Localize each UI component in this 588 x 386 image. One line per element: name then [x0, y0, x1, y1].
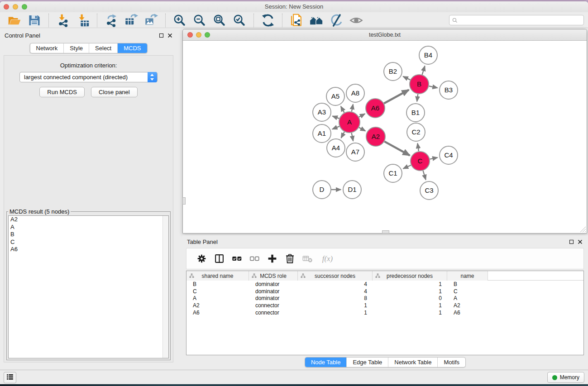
node-B1[interactable]: B1 [406, 104, 425, 122]
memory-button[interactable]: Memory [547, 372, 584, 383]
node-B2[interactable]: B2 [384, 62, 402, 81]
save-session-icon[interactable] [28, 14, 41, 27]
edge-B-B2[interactable] [403, 76, 411, 80]
table-cell[interactable]: 4 [298, 281, 373, 287]
table-row[interactable]: Cdominator41C [186, 288, 583, 295]
node-A8[interactable]: A8 [346, 84, 364, 102]
edge-C-C3[interactable] [423, 171, 426, 180]
table-cell[interactable]: A2 [447, 302, 488, 309]
edge-A-A8[interactable] [352, 105, 353, 112]
table-cell[interactable]: C [186, 288, 249, 295]
open-network-doc-icon[interactable] [290, 14, 303, 27]
node-A4[interactable]: A4 [327, 139, 345, 157]
node-A3[interactable]: A3 [313, 103, 331, 121]
delete-column-icon[interactable] [285, 253, 295, 264]
table-cell[interactable]: 8 [298, 295, 373, 301]
edge-A-A3[interactable] [333, 116, 339, 119]
node-A5[interactable]: A5 [326, 87, 344, 105]
deselect-all-icon[interactable] [249, 253, 260, 264]
splitter-gripper-horizontal[interactable] [382, 230, 389, 234]
open-session-icon[interactable] [8, 14, 21, 27]
table-cell[interactable]: 4 [298, 288, 373, 295]
export-table-icon[interactable] [124, 14, 138, 27]
node-B3[interactable]: B3 [440, 81, 458, 99]
table-cell[interactable]: connector [249, 310, 298, 316]
zoom-selected-icon[interactable] [233, 14, 246, 27]
node-D1[interactable]: D1 [343, 181, 361, 199]
homes-icon[interactable] [310, 14, 323, 27]
export-network-icon[interactable] [105, 14, 118, 27]
hide-details-icon[interactable] [330, 14, 343, 27]
table-row[interactable]: A2connector11A2 [186, 302, 583, 309]
node-A2[interactable]: A2 [366, 127, 385, 146]
node-D[interactable]: D [313, 181, 331, 199]
node-A7[interactable]: A7 [346, 143, 364, 161]
edge-A2-C[interactable] [384, 142, 410, 156]
edge-A6-B[interactable] [384, 90, 409, 104]
run-mcds-button[interactable]: Run MCDS [39, 87, 85, 97]
node-C3[interactable]: C3 [420, 181, 438, 200]
table-cell[interactable]: 1 [373, 281, 447, 287]
mcds-list-scrollbar[interactable] [163, 216, 168, 358]
table-row[interactable]: Bdominator41B [186, 281, 583, 288]
table-row[interactable]: Adominator80A [186, 295, 583, 302]
table-cell[interactable]: A [447, 295, 488, 301]
table-cell[interactable]: B [186, 281, 249, 287]
table-cell[interactable]: 1 [298, 302, 373, 309]
add-column-icon[interactable] [267, 253, 277, 264]
table-cell[interactable]: connector [249, 302, 298, 309]
tab-style[interactable]: Style [64, 43, 89, 53]
export-image-icon[interactable] [144, 14, 158, 27]
node-B4[interactable]: B4 [419, 46, 437, 64]
search-input[interactable] [460, 16, 581, 24]
table-cell[interactable]: 1 [298, 310, 373, 316]
zoom-out-icon[interactable] [193, 14, 206, 27]
table-cell[interactable]: 1 [373, 310, 447, 316]
close-panel-icon[interactable] [167, 32, 173, 38]
node-A1[interactable]: A1 [313, 124, 331, 143]
network-window-titlebar[interactable]: testGlobe.txt [183, 29, 587, 41]
tab-motifs[interactable]: Motifs [438, 357, 465, 367]
table-cell[interactable]: A6 [447, 310, 488, 316]
resize-handle[interactable] [580, 226, 586, 233]
table-cell[interactable]: B [447, 281, 488, 287]
column-header-successor-nodes[interactable]: successor nodes [298, 271, 373, 281]
node-C1[interactable]: C1 [384, 164, 402, 182]
edge-A-A7[interactable] [352, 133, 354, 141]
eye-icon[interactable] [349, 14, 363, 27]
optimization-criterion-select[interactable]: largest connected component (directed) [19, 72, 158, 82]
edge-B-B4[interactable] [422, 66, 425, 75]
close-table-panel-icon[interactable] [577, 238, 583, 244]
edge-B-B3[interactable] [429, 86, 438, 88]
edge-A-A1[interactable] [332, 126, 339, 129]
edge-C-C4[interactable] [430, 157, 438, 159]
table-cell[interactable]: 1 [373, 288, 447, 295]
task-history-button[interactable] [4, 372, 16, 383]
edge-A-A2[interactable] [359, 128, 365, 131]
refresh-layout-icon[interactable] [261, 14, 275, 27]
table-cell[interactable]: A2 [186, 302, 249, 309]
node-C4[interactable]: C4 [440, 146, 458, 164]
column-layout-icon[interactable] [214, 253, 225, 264]
edge-A-A4[interactable] [341, 132, 344, 138]
table-cell[interactable]: A6 [186, 310, 249, 316]
node-C2[interactable]: C2 [407, 123, 425, 141]
mcds-result-item[interactable]: A6 [9, 246, 168, 253]
node-C[interactable]: C [411, 152, 430, 171]
column-header-name[interactable]: name [447, 271, 488, 281]
mcds-result-item[interactable]: B [9, 231, 168, 238]
edge-A-A6[interactable] [359, 114, 365, 117]
node-A6[interactable]: A6 [366, 99, 385, 118]
zoom-in-icon[interactable] [173, 14, 186, 27]
network-canvas[interactable]: B4B2BB3A5A8A6A3B1AA1C2A2A4A7C4CC1C3DD1 [183, 41, 587, 233]
mcds-result-item[interactable]: C [9, 238, 168, 246]
mcds-result-list[interactable]: A2ABCA6 [8, 215, 169, 358]
tab-edge-table[interactable]: Edge Table [347, 357, 388, 367]
table-cell[interactable]: 0 [373, 295, 447, 301]
edge-C-C2[interactable] [418, 143, 419, 151]
table-row[interactable]: A6connector11A6 [186, 309, 583, 316]
settings-gear-icon[interactable] [196, 253, 207, 264]
tab-network-table[interactable]: Network Table [388, 357, 438, 367]
splitter-gripper-vertical[interactable] [182, 197, 186, 205]
tab-network[interactable]: Network [30, 43, 64, 53]
